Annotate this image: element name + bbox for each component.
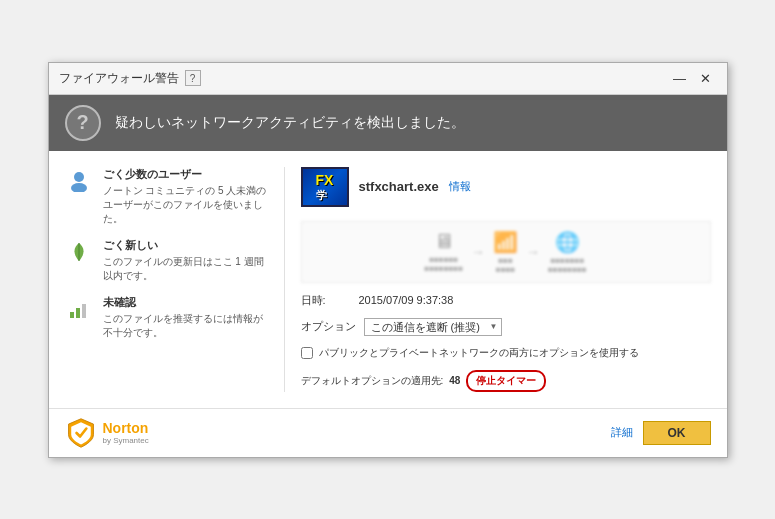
app-name: stfxchart.exe [359, 179, 439, 194]
right-panel: FX学 stfxchart.exe 情報 🖥 ■■■■■■■■■■■■■■ → … [301, 167, 711, 392]
timer-count: 48 [449, 375, 460, 386]
wifi-icon: 📶 [493, 230, 518, 254]
option-select[interactable]: この通信を遮断 (推奨) この通信を許可する 一度だけ許可する [364, 318, 502, 336]
app-icon: FX学 [301, 167, 349, 207]
left-panel: ごく少数のユーザー ノートン コミュニティの 5 人未満のユーザーがこのファイル… [65, 167, 285, 392]
option-label: オプション [301, 319, 356, 334]
arrow-icon-2: → [526, 244, 540, 260]
few-users-desc: ノートン コミュニティの 5 人未満のユーザーがこのファイルを使いました。 [103, 184, 272, 226]
checkbox-row: パブリックとプライベートネットワークの両方にオプションを使用する [301, 346, 711, 360]
unconfirmed-label: 未確認 [103, 295, 272, 310]
date-value: 2015/07/09 9:37:38 [359, 294, 454, 306]
app-icon-fx-text: FX学 [316, 173, 334, 201]
header-message: 疑わしいネットワークアクティビティを検出しました。 [115, 114, 465, 132]
details-link[interactable]: 詳細 [611, 425, 633, 440]
network-diagram: 🖥 ■■■■■■■■■■■■■■ → 📶 ■■■■■■■ → 🌐 ■■■■■■■… [301, 221, 711, 283]
default-option-label: デフォルトオプションの適用先: [301, 374, 444, 388]
very-new-text: ごく新しい このファイルの更新日はここ 1 週間以内です。 [103, 238, 272, 283]
unconfirmed-text: 未確認 このファイルを推奨するには情報が不十分です。 [103, 295, 272, 340]
few-users-text: ごく少数のユーザー ノートン コミュニティの 5 人未満のユーザーがこのファイル… [103, 167, 272, 226]
unconfirmed-desc: このファイルを推奨するには情報が不十分です。 [103, 312, 272, 340]
help-button[interactable]: ? [185, 70, 201, 86]
svg-rect-4 [76, 308, 80, 318]
norton-text: Norton by Symantec [103, 420, 149, 445]
header-bar: ? 疑わしいネットワークアクティビティを検出しました。 [49, 95, 727, 151]
footer-buttons: 詳細 OK [611, 421, 711, 445]
date-row: 日時: 2015/07/09 9:37:38 [301, 293, 711, 308]
norton-shield-icon [65, 417, 97, 449]
date-label: 日時: [301, 293, 351, 308]
title-bar: ファイアウォール警告 ? — ✕ [49, 63, 727, 95]
leaf-icon [65, 238, 93, 266]
info-item-very-new: ごく新しい このファイルの更新日はここ 1 週間以内です。 [65, 238, 272, 283]
net-node-network: 📶 ■■■■■■■ [493, 230, 518, 274]
few-users-label: ごく少数のユーザー [103, 167, 272, 182]
warning-icon: ? [65, 105, 101, 141]
norton-name: Norton [103, 420, 149, 436]
user-icon [65, 167, 93, 195]
warning-icon-text: ? [76, 111, 88, 134]
option-row: オプション この通信を遮断 (推奨) この通信を許可する 一度だけ許可する [301, 318, 711, 336]
norton-brand: Norton by Symantec [65, 417, 149, 449]
content-area: ごく少数のユーザー ノートン コミュニティの 5 人未満のユーザーがこのファイル… [49, 151, 727, 408]
app-info-link[interactable]: 情報 [449, 179, 471, 194]
globe-icon: 🌐 [555, 230, 580, 254]
timer-row: デフォルトオプションの適用先: 48 停止タイマー [301, 370, 711, 392]
minimize-button[interactable]: — [669, 69, 691, 87]
dialog-title: ファイアウォール警告 [59, 70, 179, 87]
norton-sub: by Symantec [103, 436, 149, 445]
info-item-unconfirmed: 未確認 このファイルを推奨するには情報が不十分です。 [65, 295, 272, 340]
footer: Norton by Symantec 詳細 OK [49, 408, 727, 457]
app-header: FX学 stfxchart.exe 情報 [301, 167, 711, 207]
arrow-icon-1: → [471, 244, 485, 260]
svg-point-1 [71, 183, 87, 192]
very-new-label: ごく新しい [103, 238, 272, 253]
ok-button[interactable]: OK [643, 421, 711, 445]
close-button[interactable]: ✕ [695, 69, 717, 87]
checkbox-label: パブリックとプライベートネットワークの両方にオプションを使用する [319, 346, 639, 360]
bars-icon [65, 295, 93, 323]
svg-rect-5 [82, 304, 86, 318]
net-node-local: 🖥 ■■■■■■■■■■■■■■ [424, 230, 463, 273]
svg-rect-3 [70, 312, 74, 318]
firewall-alert-dialog: ファイアウォール警告 ? — ✕ ? 疑わしいネットワークアクティビティを検出し… [48, 62, 728, 458]
network-checkbox[interactable] [301, 347, 313, 359]
net-node-internet: 🌐 ■■■■■■■■■■■■■■■ [548, 230, 587, 274]
svg-point-0 [74, 172, 84, 182]
option-select-wrapper[interactable]: この通信を遮断 (推奨) この通信を許可する 一度だけ許可する [364, 318, 502, 336]
very-new-desc: このファイルの更新日はここ 1 週間以内です。 [103, 255, 272, 283]
monitor-icon: 🖥 [434, 230, 454, 253]
stop-timer-button[interactable]: 停止タイマー [466, 370, 546, 392]
title-controls: — ✕ [669, 69, 717, 87]
title-bar-left: ファイアウォール警告 ? [59, 70, 201, 87]
info-item-few-users: ごく少数のユーザー ノートン コミュニティの 5 人未満のユーザーがこのファイル… [65, 167, 272, 226]
